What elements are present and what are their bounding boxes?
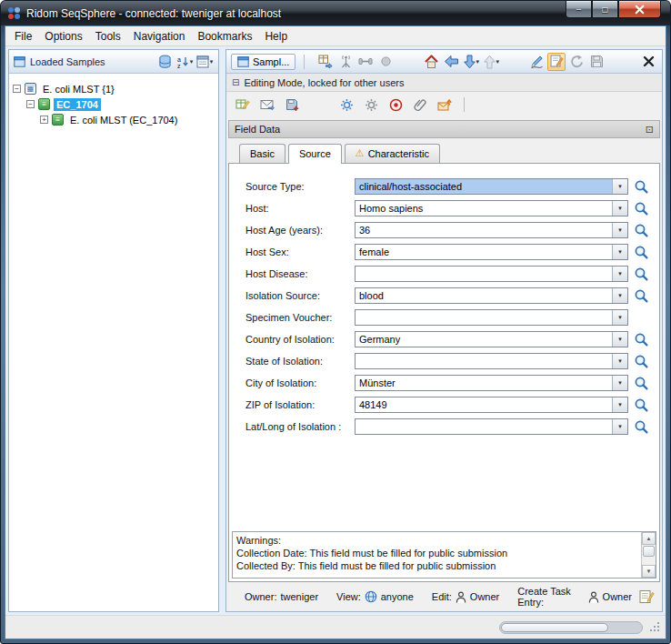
maximize-button[interactable]: ▢ [592,1,618,18]
minimize-button[interactable]: – [566,1,592,18]
gears-icon[interactable] [337,96,356,114]
panel-toggle-icon[interactable]: ⊟ [232,77,239,87]
combo-dropdown-button[interactable]: ▼ [612,376,627,390]
gear-search-icon[interactable] [362,96,380,114]
collapse-panel-icon[interactable]: ⊡ [646,124,654,136]
edit-mode-icon[interactable] [547,53,566,71]
scroll-down-button[interactable]: ▼ [642,565,656,578]
tab-basic[interactable]: Basic [239,144,285,163]
sample-detail-panel: Sampl... ▾▾ ⊟ Editing Mode, locked for o… [225,49,663,612]
combo-dropdown-button[interactable]: ▼ [612,419,627,434]
view-mode-icon[interactable]: ▾ [195,53,214,71]
tree-expander-icon[interactable]: − [26,100,35,108]
combo-value [356,354,612,368]
resize-grip[interactable] [648,621,661,634]
menu-item-bookmarks[interactable]: Bookmarks [191,27,258,45]
edit-value: Owner [470,591,499,602]
notepad-icon[interactable] [639,589,655,604]
search-icon[interactable] [634,223,649,238]
search-icon[interactable] [634,201,649,216]
scroll-up-button[interactable]: ▲ [642,532,656,545]
tree-expander-icon[interactable]: + [40,116,48,124]
title-bar[interactable]: Ridom SeqSphere - connected: tweniger at… [1,1,670,25]
field-combobox[interactable]: Münster▼ [355,375,628,391]
save-add-icon[interactable] [283,96,301,114]
combo-dropdown-button[interactable]: ▼ [612,288,627,303]
tree-expander-icon[interactable]: − [13,85,21,93]
scrollbar-thumb[interactable] [643,546,655,557]
field-combobox[interactable]: ▼ [355,266,628,282]
combo-dropdown-button[interactable]: ▼ [612,354,627,368]
search-icon[interactable] [634,288,649,304]
sort-az-icon[interactable]: az▾ [175,53,194,71]
search-icon[interactable] [634,245,649,260]
search-icon[interactable] [634,419,649,435]
send-mail-icon[interactable] [258,96,276,114]
panel-splitter[interactable] [219,49,225,612]
combo-dropdown-button[interactable]: ▼ [612,397,627,412]
field-combobox[interactable]: ▼ [355,353,628,369]
combo-dropdown-button[interactable]: ▼ [612,310,627,325]
menu-item-navigation[interactable]: Navigation [127,27,192,45]
search-icon[interactable] [634,267,649,282]
tab-characteristic[interactable]: ⚠Characteristic [345,144,440,163]
warning-line: Warnings: [236,534,637,547]
warnings-scrollbar[interactable]: ▲ ▼ [641,532,656,578]
search-icon[interactable] [634,376,649,391]
sample-tab[interactable]: Sampl... [231,54,295,70]
field-combobox[interactable]: ▼ [355,309,628,326]
close-button[interactable] [618,1,661,18]
field-combobox[interactable]: female▼ [355,244,628,260]
menu-item-file[interactable]: File [8,27,38,45]
horizontal-scrollbar[interactable] [499,621,643,634]
search-icon[interactable] [634,354,649,369]
tree-node[interactable]: −▦E. coli MLST {1} [11,81,216,96]
tree-node-label[interactable]: E. coli MLST {1} [40,83,117,96]
close-icon[interactable] [639,53,657,71]
weights-icon[interactable] [356,53,375,71]
up-arrow-icon[interactable]: ▾ [482,53,500,71]
save-icon[interactable] [587,53,606,71]
field-combobox[interactable]: clinical/host-associated▼ [355,178,628,195]
edit-fields-icon[interactable] [234,96,252,114]
tree-node[interactable]: +≡E. coli MLST (EC_1704) [11,112,216,127]
search-icon[interactable] [634,332,649,347]
field-row: Source Type:clinical/host-associated▼ [229,176,659,197]
menu-item-options[interactable]: Options [38,27,88,45]
combo-dropdown-button[interactable]: ▼ [612,245,627,259]
field-combobox[interactable]: 36▼ [355,222,628,238]
sign-pen-icon[interactable] [527,53,546,71]
tree-node[interactable]: −≡EC_1704 [11,96,216,112]
tree-node-label[interactable]: E. coli MLST (EC_1704) [67,114,180,126]
combo-dropdown-button[interactable]: ▼ [612,267,627,281]
combo-dropdown-button[interactable]: ▼ [612,223,627,237]
field-combobox[interactable]: blood▼ [355,287,628,304]
search-icon[interactable] [634,397,649,413]
record-icon[interactable] [376,53,395,71]
combo-dropdown-button[interactable]: ▼ [612,201,627,216]
home-icon[interactable] [422,53,440,71]
export-table-icon[interactable] [316,53,335,71]
combo-dropdown-button[interactable]: ▼ [612,332,627,347]
down-arrow-icon[interactable]: ▾ [462,53,480,71]
menu-item-tools[interactable]: Tools [89,27,127,45]
antenna-icon[interactable] [336,53,355,71]
chevron-down-icon: ▼ [617,337,623,342]
person-icon [456,591,466,603]
hscrollbar-thumb[interactable] [501,623,608,632]
database-icon[interactable] [155,53,174,71]
search-icon[interactable] [634,179,649,195]
attachment-icon[interactable] [411,96,429,114]
field-combobox[interactable]: 48149▼ [355,397,628,413]
field-combobox[interactable]: Germany▼ [355,331,628,347]
back-arrow-icon[interactable] [442,53,460,71]
field-combobox[interactable]: ▼ [355,418,628,435]
menu-item-help[interactable]: Help [258,27,294,45]
refresh-icon[interactable] [567,53,586,71]
tab-source[interactable]: Source [288,144,342,164]
field-combobox[interactable]: Homo sapiens▼ [355,200,628,216]
tree-node-label[interactable]: EC_1704 [54,98,101,111]
target-icon[interactable] [386,96,405,114]
combo-dropdown-button[interactable]: ▼ [612,179,627,194]
submit-icon[interactable] [436,96,454,114]
